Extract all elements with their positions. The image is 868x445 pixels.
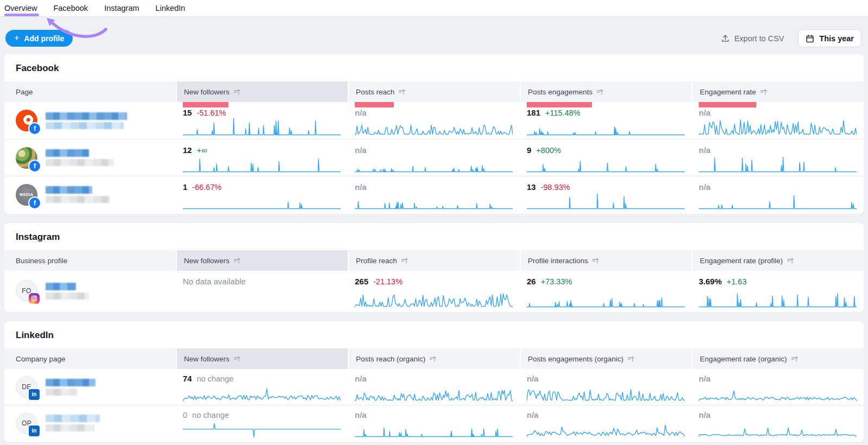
column-header-company-page: Company page xyxy=(4,348,176,369)
card-linkedin: LinkedInCompany pageNew followersPosts r… xyxy=(4,321,864,442)
sort-icon xyxy=(233,257,240,264)
section-title-linkedin: LinkedIn xyxy=(4,321,864,348)
facebook-badge-icon: f xyxy=(29,123,40,134)
profile-cell[interactable]: FO xyxy=(4,271,176,311)
table-row[interactable]: f15-51.61%n/a181+115.48%n/a xyxy=(4,102,864,139)
column-header-posts-engagements-organic[interactable]: Posts engagements (organic) xyxy=(520,348,692,369)
sort-icon xyxy=(596,88,603,96)
metric-cell: 12+∞ xyxy=(176,139,348,176)
metric-value-line: 3.69%+1.63 xyxy=(699,277,857,286)
metric-cell: n/a xyxy=(348,369,520,405)
metric-highlight-bar xyxy=(699,102,756,107)
metric-highlight-bar xyxy=(183,102,228,107)
column-header-new-followers[interactable]: New followers xyxy=(176,81,348,102)
export-to-csv-button[interactable]: Export to CSV xyxy=(721,34,784,43)
column-header-label: Engagement rate xyxy=(700,88,756,96)
column-header-profile-reach[interactable]: Profile reach xyxy=(348,250,520,271)
sparkline-svg xyxy=(183,382,341,402)
sparkline-svg xyxy=(699,382,857,402)
column-header-new-followers[interactable]: New followers xyxy=(176,250,348,271)
profile-cell[interactable]: f xyxy=(4,139,176,176)
toolbar-right: Export to CSV This year xyxy=(721,29,861,47)
sparkline-svg xyxy=(527,288,685,308)
sparkline-svg xyxy=(527,382,685,402)
table-header: PageNew followersPosts reachPosts engage… xyxy=(4,81,864,102)
badge-letter: f xyxy=(34,163,36,169)
add-profile-button[interactable]: + Add profile xyxy=(5,30,73,47)
tab-instagram[interactable]: Instagram xyxy=(104,0,139,17)
avatar: FO xyxy=(16,280,37,302)
overview-highlight-underline xyxy=(4,14,39,16)
tab-facebook[interactable]: Facebook xyxy=(53,0,88,17)
column-header-posts-reach[interactable]: Posts reach xyxy=(348,81,520,102)
column-header-engagement-rate[interactable]: Engagement rate xyxy=(692,81,864,102)
sparkline-svg xyxy=(527,418,685,437)
sort-icon xyxy=(233,88,240,96)
table-row[interactable]: OPin0no changen/an/an/a xyxy=(4,405,864,441)
redacted-line xyxy=(46,415,100,422)
sparkline-svg xyxy=(183,190,341,209)
table-row[interactable]: MEDIAf1-66.67%n/a13-98.93%n/a xyxy=(4,176,864,213)
sparkline xyxy=(699,116,857,136)
profile-cell[interactable]: f xyxy=(4,102,176,139)
sparkline xyxy=(355,382,513,402)
column-header-label: New followers xyxy=(184,355,229,363)
metric-cell: n/a xyxy=(692,369,864,405)
sparkline xyxy=(527,153,685,173)
column-header-label: New followers xyxy=(184,257,229,265)
toolbar: + Add profile Export to CSV This year xyxy=(0,17,868,54)
sparkline-svg xyxy=(183,418,341,437)
column-header-new-followers[interactable]: New followers xyxy=(176,348,348,369)
column-header-label: Profile reach xyxy=(356,257,397,265)
export-label: Export to CSV xyxy=(734,34,784,43)
card-instagram: InstagramBusiness profileNew followersPr… xyxy=(4,223,864,312)
sparkline xyxy=(355,288,513,308)
date-range-button[interactable]: This year xyxy=(798,29,861,47)
export-icon xyxy=(721,34,730,43)
column-header-page: Page xyxy=(4,81,176,102)
sparkline-svg xyxy=(355,418,513,437)
sparkline xyxy=(527,190,685,209)
metric-cell: No data available xyxy=(176,271,348,311)
metric-cell: 15-51.61% xyxy=(176,102,348,139)
avatar-text: MEDIA xyxy=(20,193,34,196)
column-header-engagement-rate-organic[interactable]: Engagement rate (organic) xyxy=(692,348,864,369)
profile-cell[interactable]: OPin xyxy=(4,405,176,441)
sparkline-svg xyxy=(527,116,685,136)
linkedin-badge-icon: in xyxy=(29,389,40,400)
sort-icon xyxy=(233,355,240,363)
sections-container: FacebookPageNew followersPosts reachPost… xyxy=(0,54,868,442)
table-row[interactable]: DEin74no changen/an/an/a xyxy=(4,369,864,405)
sort-icon xyxy=(592,257,599,264)
sparkline xyxy=(183,382,341,402)
metric-change: -21.13% xyxy=(373,277,403,286)
metric-cell: 26+73.33% xyxy=(520,271,692,311)
sparkline xyxy=(527,288,685,308)
avatar: OPin xyxy=(16,412,37,434)
table-row[interactable]: f12+∞n/a9+800%n/a xyxy=(4,139,864,176)
metric-cell: n/a xyxy=(692,405,864,441)
column-header-business-profile: Business profile xyxy=(4,250,176,271)
column-header-label: New followers xyxy=(184,88,229,96)
section-title-instagram: Instagram xyxy=(4,223,864,250)
profile-cell[interactable]: MEDIAf xyxy=(4,176,176,213)
column-header-profile-interactions[interactable]: Profile interactions xyxy=(520,250,692,271)
redacted-line xyxy=(46,159,114,166)
column-header-posts-reach-organic[interactable]: Posts reach (organic) xyxy=(348,348,520,369)
column-header-engagement-rate-profile[interactable]: Engagement rate (profile) xyxy=(692,250,864,271)
redacted-profile-name xyxy=(46,149,114,166)
column-header-label: Engagement rate (profile) xyxy=(700,257,783,265)
sparkline-svg xyxy=(527,153,685,173)
sparkline-svg xyxy=(699,288,857,308)
metric-value: 3.69% xyxy=(699,277,722,286)
column-header-label: Posts reach xyxy=(356,88,394,96)
sort-icon xyxy=(787,257,794,264)
column-header-label: Page xyxy=(16,88,33,96)
tab-linkedin[interactable]: LinkedIn xyxy=(156,0,186,17)
column-header-posts-engagements[interactable]: Posts engagements xyxy=(520,81,692,102)
profile-cell[interactable]: DEin xyxy=(4,369,176,405)
sort-icon xyxy=(760,88,767,96)
table-row[interactable]: FONo data available265-21.13%26+73.33%3.… xyxy=(4,271,864,311)
table-header: Business profileNew followersProfile rea… xyxy=(4,250,864,271)
redacted-line xyxy=(46,196,110,203)
